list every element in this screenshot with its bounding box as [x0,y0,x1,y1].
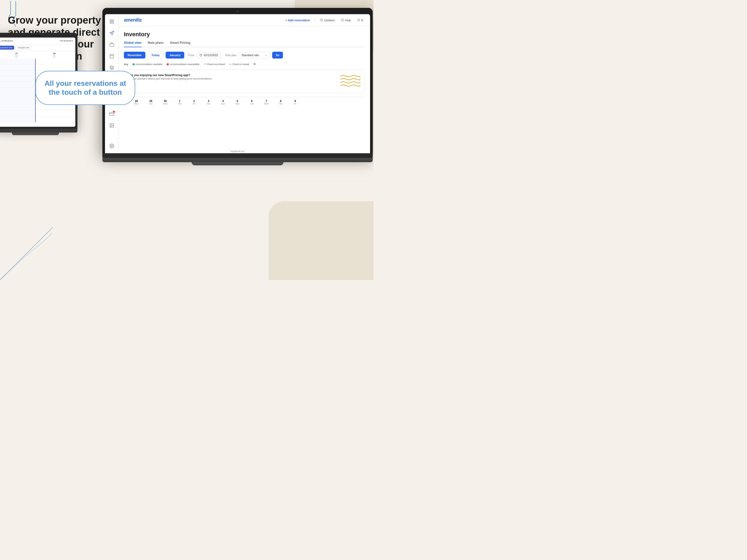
sidebar-icon-image[interactable] [107,121,117,130]
ll-cal-cell [0,82,35,87]
sidebar-bottom [107,141,117,151]
help-button[interactable]: Help [339,18,353,23]
notice-description: You can activate it before your trial en… [128,77,212,80]
legend-row: Key Accommodation available Accommodatio… [124,62,365,66]
tab-smart-pricing[interactable]: Smart Pricing [170,41,190,47]
macbook-camera [236,10,239,12]
app-container: amenitiz + Add reservation Updates [105,14,370,153]
compact-view-button[interactable]: Compact view [15,46,31,50]
macbook-inner: amenitiz + Add reservation Updates [105,14,370,153]
january-button[interactable]: January [165,52,184,58]
svg-rect-0 [110,20,111,21]
ll-header: 🔔 Notifications The Everest ▾ [0,37,75,44]
ll-cal-cell [0,70,35,76]
notice-title: Are you enjoying our new SmartPricing ap… [128,74,212,77]
cal-day-header: 4 Sun [216,100,230,105]
cal-day-header: 29 Tue [144,100,158,105]
checkout-closed-icon: ↗ [204,63,206,65]
ll-cal-cell [0,111,35,116]
macbook-screen: amenitiz + Add reservation Updates [102,8,373,153]
legend-unavailable: Accommodation unavailable [167,63,200,65]
macbook-label: MacBook Pro [230,150,244,153]
ll-calendar-header: 27 Sun Nov 28 Mo Nov [0,51,75,59]
svg-rect-17 [109,112,114,115]
november-button[interactable]: November [124,52,146,58]
bell-icon: 🔔 [0,39,1,42]
sidebar-icon-calendar[interactable] [107,51,117,61]
ll-cal-cell [0,59,35,64]
app-logo: amenitiz [124,17,142,23]
bottom-left-curve [0,228,52,280]
unavailable-dot [167,63,169,65]
legend-key-label: Key [124,63,128,65]
svg-rect-2 [110,22,111,23]
svg-rect-25 [200,54,202,56]
date-input[interactable]: 02/12/2022 [197,52,221,58]
cal-day-header: 30 Wed [158,100,173,105]
calendar-input-icon [200,54,202,56]
smart-pricing-notice: Are you enjoying our new SmartPricing ap… [124,70,365,93]
inventory-tabs: Global view Rate plans Smart Pricing [124,41,365,47]
today-button[interactable]: Today [148,51,164,59]
svg-point-20 [111,124,111,125]
legend-checkout-closed: ↗ Check-out closed [204,63,225,65]
bubble-callout-text: All your reservations at the touch of a … [44,79,127,97]
legend-checkin-closed: ↘ Check-in closed [229,63,249,65]
macbook-base [102,158,373,162]
macbook-main: amenitiz + Add reservation Updates [102,8,373,165]
help-icon [341,19,344,22]
page-title: Inventory [124,31,365,38]
tab-global-view[interactable]: Global view [124,41,141,47]
table-row [0,116,75,122]
svg-point-21 [111,145,112,147]
sidebar-icon-settings[interactable] [107,141,117,151]
sidebar-icon-briefcase[interactable] [107,40,117,49]
app-header: amenitiz + Add reservation Updates [119,14,370,26]
ll-cal-cell-today [35,105,75,110]
expanded-view-button[interactable]: Expanded view [0,46,14,50]
ll-cal-cell-today [35,64,75,70]
macbook-stand [191,162,283,165]
ll-cal-cell [0,99,35,105]
main-content-area: amenitiz + Add reservation Updates [119,14,370,153]
notifications-button[interactable]: N [356,18,365,23]
macbook-camera-bar [105,10,370,12]
cal-day-header: 7 Wed [259,100,274,105]
ll-cal-cell-today [35,116,75,122]
sidebar-icon-card-alert[interactable] [107,109,117,118]
cal-day-header: 1 Thu [173,100,187,105]
table-row [0,111,75,116]
bg-decor-bottom-right [268,201,374,280]
updates-button[interactable]: Updates [318,18,336,23]
search-go-button[interactable]: Se [272,52,283,58]
available-dot [133,63,135,65]
legend-available: Accommodation available [133,63,163,65]
macbook-chin: MacBook Pro [102,153,373,158]
ll-notifications: 🔔 Notifications [0,39,13,42]
sidebar-icon-grid[interactable] [107,17,117,26]
checkin-closed-icon: ↘ [229,63,231,65]
cal-day-header: 3 Sat [201,100,216,105]
notice-text: Are you enjoying our new SmartPricing ap… [128,74,212,80]
svg-marker-9 [110,66,114,68]
table-row [0,105,75,111]
rate-plan-select[interactable]: Standard rate [239,52,270,58]
svg-rect-4 [110,44,114,47]
chevron-down-icon [264,54,267,56]
laptop-left-base [0,129,77,133]
cal-day-header: 2 Fri [187,100,201,105]
cal-day-header: 9 Fri [288,100,302,105]
add-reservation-button[interactable]: + Add reservation [283,18,312,23]
svg-rect-5 [110,55,114,58]
ll-property-selector[interactable]: The Everest ▾ [60,39,73,42]
ll-view-toggle: Expanded view Compact view [0,44,75,51]
tab-rate-plans[interactable]: Rate plans [148,41,164,47]
cal-day-headers: 28 Mon 29 Tue 30 Wed 1 Thu 2 Fri 3 Sat 4… [129,100,365,105]
ll-cal-cell [0,64,35,70]
sidebar-icon-megaphone[interactable] [107,28,117,38]
clock-icon [320,19,323,22]
bell-icon [357,19,360,22]
ll-cal-cell [0,116,35,122]
from-label: From [188,54,195,57]
svg-rect-3 [112,22,113,23]
